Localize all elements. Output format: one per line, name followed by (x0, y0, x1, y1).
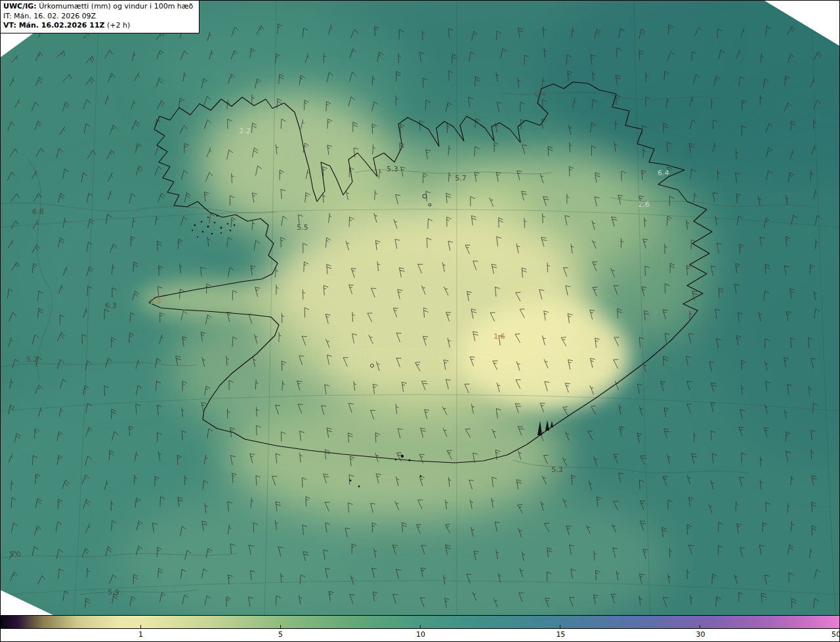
contour-label: 5.5 (297, 223, 308, 232)
weather-map-stage: 6.42.25.35.76.42.66.85.55.03.96.31.11.65… (0, 0, 840, 642)
contour-label: 2.2 (239, 127, 251, 135)
map-canvas: 6.42.25.35.76.42.66.85.55.03.96.31.11.65… (1, 1, 840, 615)
colorbar: 1510153050 (1, 615, 840, 642)
contour-label: 5.0 (9, 550, 21, 559)
contour-label: 2.6 (638, 200, 650, 209)
model-title-line: UWC/IG: Úrkomumætti (mm) og vindur i 100… (3, 2, 193, 12)
colorbar-tick (420, 625, 421, 628)
colorbar-tick-label: 30 (696, 630, 705, 639)
valid-offset: (+2 h) (105, 21, 131, 30)
contour-label: 3.9 (150, 297, 161, 306)
contour-label: 6.4 (534, 90, 546, 98)
valid-time-line: VT: Mán. 16.02.2026 11Z (+2 h) (3, 21, 193, 31)
contour-label: 5.3 (551, 465, 563, 474)
colorbar-tick-label: 50 (831, 630, 840, 639)
contour-label: 5.9 (108, 588, 119, 597)
contour-label: 6.8 (32, 207, 44, 216)
contour-label: 5.2 (26, 355, 38, 364)
colorbar-tick (700, 625, 700, 628)
colorbar-tick-label: 5 (278, 630, 283, 639)
colorbar-tick (560, 625, 560, 628)
colorbar-gradient (1, 615, 840, 629)
init-time-line: IT: Mán. 16. 02. 2026 09Z (3, 12, 193, 22)
colorbar-tick-label: 15 (556, 630, 565, 639)
colorbar-tick (280, 625, 281, 628)
contour-label: 1.6 (494, 332, 505, 341)
colorbar-tick-label: 1 (138, 630, 143, 639)
colorbar-tick-label: 10 (416, 630, 425, 639)
contour-label: 6.4 (658, 169, 669, 177)
contour-label: 5.7 (455, 174, 467, 182)
valid-time: VT: Mán. 16.02.2026 11Z (3, 21, 105, 30)
colorbar-tick (140, 625, 141, 628)
contour-label: 6.3 (105, 301, 117, 310)
model-id: UWC/IG: (3, 2, 37, 11)
title-box: UWC/IG: Úrkomumætti (mm) og vindur i 100… (1, 1, 200, 33)
contour-label: 5.3 (387, 165, 398, 173)
model-title: Úrkomumætti (mm) og vindur i 100m hæð (37, 2, 194, 11)
contour-label: 5.0 (435, 228, 447, 236)
contour-label: 1.1 (418, 303, 430, 312)
colorbar-labels: 1510153050 (1, 629, 840, 641)
